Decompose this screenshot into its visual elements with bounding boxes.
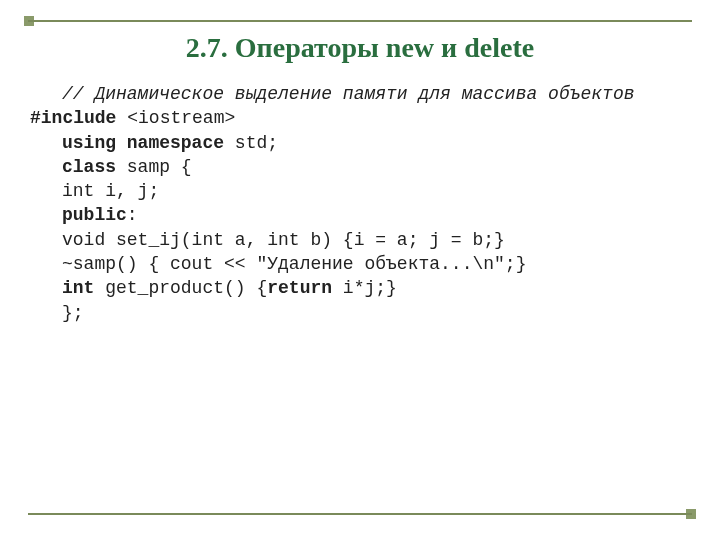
- kw-return: return: [267, 278, 332, 298]
- kw-int: int: [62, 278, 94, 298]
- slide-title: 2.7. Операторы new и delete: [28, 32, 692, 64]
- code-text: };: [62, 303, 84, 323]
- header-rule: [28, 20, 692, 22]
- code-text: <iostream>: [116, 108, 235, 128]
- code-text: void set_ij(int a, int b) {i = a; j = b;…: [62, 230, 505, 250]
- code-text: std;: [224, 133, 278, 153]
- code-text: samp {: [116, 157, 192, 177]
- code-text: int i, j;: [62, 181, 159, 201]
- kw-public: public: [62, 205, 127, 225]
- code-text: ~samp() { cout << "Удаление объекта...\n…: [62, 254, 526, 274]
- kw-class: class: [62, 157, 116, 177]
- code-block: // Динамическое выделение памяти для мас…: [28, 82, 692, 325]
- kw-include: #include: [30, 108, 116, 128]
- code-text: :: [127, 205, 138, 225]
- code-text: get_product() {: [94, 278, 267, 298]
- slide-frame: 2.7. Операторы new и delete // Динамичес…: [28, 20, 692, 500]
- footer-rule: [28, 513, 692, 515]
- kw-using-namespace: using namespace: [62, 133, 224, 153]
- code-comment: // Динамическое выделение памяти для мас…: [62, 84, 635, 104]
- code-text: i*j;}: [332, 278, 397, 298]
